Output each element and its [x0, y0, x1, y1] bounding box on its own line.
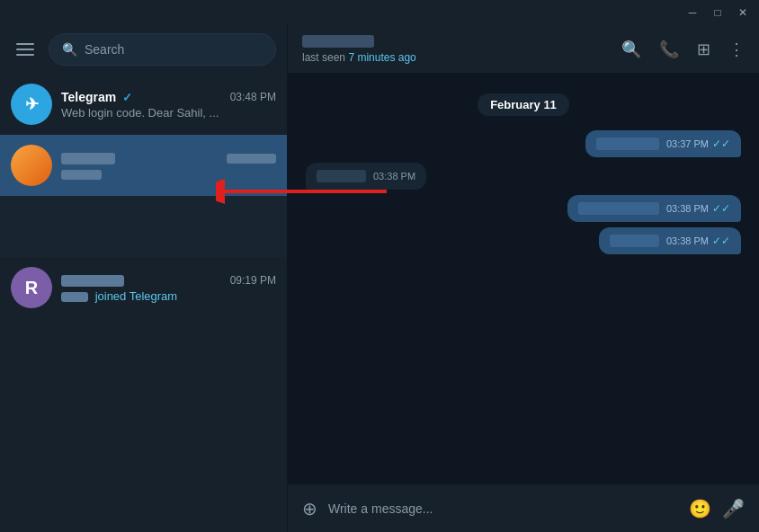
- message-content-1: [596, 137, 659, 150]
- hamburger-line-1: [16, 43, 34, 45]
- avatar-jasmine: [11, 145, 52, 186]
- chat-preview-jasmine: [61, 167, 276, 181]
- message-input[interactable]: [328, 501, 678, 516]
- maximize-button[interactable]: □: [705, 0, 730, 25]
- search-input[interactable]: [85, 42, 263, 57]
- read-receipt-1: ✓✓: [712, 137, 730, 150]
- chat-header-actions: 🔍 📞 ⊞ ⋮: [621, 40, 745, 59]
- message-content-4: [610, 235, 659, 247]
- chat-name-r: [61, 273, 124, 288]
- search-icon: 🔍: [62, 42, 77, 57]
- chat-header: last seen 7 minutes ago 🔍 📞 ⊞ ⋮: [288, 25, 759, 74]
- message-bubble-3: 03:38 PM ✓✓: [567, 195, 741, 222]
- chat-time-telegram: 03:48 PM: [230, 91, 276, 103]
- messages-area: February 11 03:37 PM ✓✓ 03:38 PM: [288, 74, 759, 483]
- minimize-button[interactable]: ─: [680, 0, 705, 25]
- verified-icon: ✓: [122, 91, 132, 104]
- chat-info-telegram: Telegram ✓ 03:48 PM Web login code. Dear…: [61, 90, 276, 120]
- blurred-r-name: [61, 275, 124, 287]
- close-button[interactable]: ✕: [730, 0, 755, 25]
- message-content-3: [578, 202, 659, 215]
- message-bubble-4: 03:38 PM ✓✓: [599, 227, 741, 254]
- layout-icon[interactable]: ⊞: [697, 40, 710, 59]
- chat-name-row-r: 09:19 PM: [61, 273, 276, 288]
- message-bubble-2: 03:38 PM: [306, 163, 426, 190]
- chat-item-r[interactable]: R 09:19 PM joined Telegram: [0, 257, 287, 318]
- message-time-2: 03:38 PM: [373, 171, 415, 182]
- hamburger-line-3: [16, 54, 34, 56]
- emoji-button[interactable]: 🙂: [689, 498, 711, 519]
- chat-header-status: last seen 7 minutes ago: [302, 51, 611, 64]
- call-icon[interactable]: 📞: [659, 40, 679, 59]
- message-input-bar: ⊕ 🙂 🎤: [288, 483, 759, 532]
- r-name-blurred: [61, 292, 88, 302]
- blurred-preview: [61, 170, 102, 180]
- hamburger-line-2: [16, 49, 34, 50]
- message-row-4: 03:38 PM ✓✓: [306, 227, 741, 254]
- message-row-3: 03:38 PM ✓✓: [306, 195, 741, 222]
- read-receipt-4: ✓✓: [712, 235, 730, 247]
- chat-panel: last seen 7 minutes ago 🔍 📞 ⊞ ⋮ February…: [288, 25, 759, 532]
- message-bubble-1: 03:37 PM ✓✓: [585, 130, 741, 157]
- chat-name-telegram: Telegram ✓: [61, 90, 132, 104]
- hamburger-button[interactable]: [11, 35, 40, 64]
- sidebar-header: 🔍: [0, 25, 287, 74]
- message-row-1: 03:37 PM ✓✓: [306, 130, 741, 157]
- titlebar: ─ □ ✕: [0, 0, 759, 25]
- message-row-2: 03:38 PM: [306, 163, 741, 190]
- chat-item-telegram[interactable]: ✈ Telegram ✓ 03:48 PM Web login code. De…: [0, 74, 287, 135]
- chat-preview-telegram: Web login code. Dear Sahil, ...: [61, 106, 276, 120]
- blurred-name: [61, 153, 115, 164]
- app-container: 🔍 ✈ Telegram ✓ 03:48 PM: [0, 25, 759, 532]
- chat-name-row-jasmine: [61, 151, 276, 165]
- chat-name-jasmine: [61, 151, 115, 165]
- chat-header-info: last seen 7 minutes ago: [302, 35, 611, 64]
- chat-preview-r: joined Telegram: [61, 289, 276, 303]
- message-time-3: 03:38 PM ✓✓: [666, 202, 730, 215]
- blurred-time: [227, 154, 276, 164]
- message-time-1: 03:37 PM ✓✓: [666, 137, 730, 150]
- attach-button[interactable]: ⊕: [302, 498, 317, 519]
- chat-list: ✈ Telegram ✓ 03:48 PM Web login code. De…: [0, 74, 287, 532]
- chat-item-empty[interactable]: [0, 196, 287, 257]
- more-options-icon[interactable]: ⋮: [728, 40, 745, 59]
- message-time-4: 03:38 PM ✓✓: [666, 235, 730, 247]
- voice-button[interactable]: 🎤: [722, 498, 745, 519]
- read-receipt-3: ✓✓: [712, 202, 730, 215]
- telegram-logo-icon: ✈: [25, 94, 39, 114]
- chat-item-jasmine[interactable]: [0, 135, 287, 196]
- chat-time-jasmine: [227, 152, 276, 164]
- avatar-telegram: ✈: [11, 84, 52, 125]
- chat-info-jasmine: [61, 151, 276, 181]
- chat-info-r: 09:19 PM joined Telegram: [61, 273, 276, 303]
- date-badge: February 11: [478, 93, 569, 116]
- chat-time-r: 09:19 PM: [230, 274, 276, 287]
- date-divider: February 11: [306, 93, 741, 116]
- chat-header-name-blurred: [302, 35, 374, 48]
- message-content-2: [317, 170, 366, 182]
- search-chat-icon[interactable]: 🔍: [621, 40, 641, 59]
- chat-name-row: Telegram ✓ 03:48 PM: [61, 90, 276, 104]
- joined-text: joined Telegram: [61, 289, 177, 303]
- sidebar: 🔍 ✈ Telegram ✓ 03:48 PM: [0, 25, 288, 532]
- search-box[interactable]: 🔍: [49, 33, 276, 66]
- avatar-r: R: [11, 267, 52, 308]
